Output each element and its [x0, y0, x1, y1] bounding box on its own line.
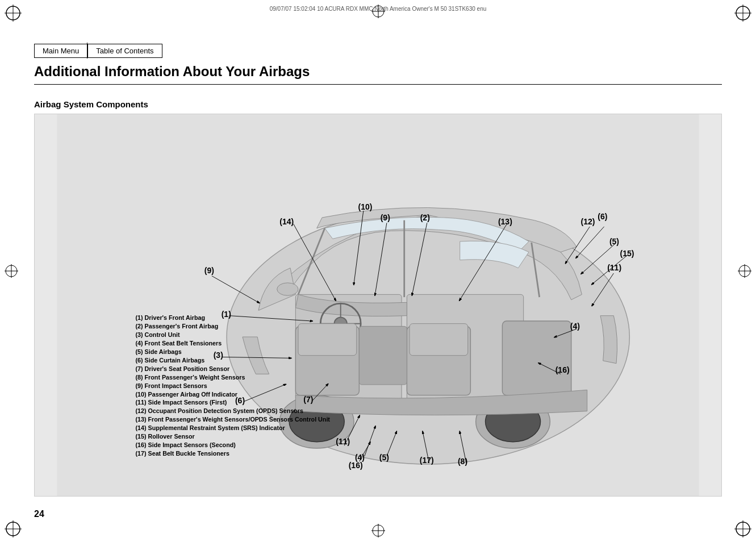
svg-text:(4) Front Seat Belt Tensioners: (4) Front Seat Belt Tensioners [136, 340, 222, 347]
svg-text:(12): (12) [581, 217, 595, 226]
svg-rect-45 [502, 321, 571, 395]
svg-text:(13): (13) [498, 217, 512, 226]
svg-rect-41 [298, 324, 357, 356]
svg-rect-43 [410, 324, 468, 356]
svg-text:(9): (9) [204, 266, 214, 275]
svg-text:(13) Front Passenger's Weight : (13) Front Passenger's Weight Sensors/OP… [136, 416, 331, 423]
svg-point-46 [277, 283, 298, 295]
svg-text:(7): (7) [303, 395, 313, 404]
svg-text:(8) Front Passenger's Weight S: (8) Front Passenger's Weight Sensors [136, 374, 245, 381]
svg-text:(9) Front Impact Sensors: (9) Front Impact Sensors [136, 382, 207, 389]
svg-text:(17): (17) [420, 456, 434, 465]
nav-area: Main Menu Table of Contents [34, 43, 162, 59]
svg-text:(5): (5) [609, 237, 619, 246]
svg-text:(14) Supplemental Restraint Sy: (14) Supplemental Restraint System (SRS)… [136, 424, 286, 431]
corner-mark-bl [5, 520, 22, 537]
svg-text:(10): (10) [358, 202, 373, 211]
crosshair-right [738, 264, 751, 278]
svg-text:(8): (8) [458, 457, 467, 466]
svg-text:(11) Side Impact Sensors (Firs: (11) Side Impact Sensors (First) [136, 399, 227, 406]
svg-rect-44 [359, 326, 407, 385]
svg-text:(2) Passenger's Front Airbag: (2) Passenger's Front Airbag [136, 323, 219, 330]
svg-text:(1) Driver's Front Airbag: (1) Driver's Front Airbag [136, 314, 205, 321]
svg-text:(5) Side Airbags: (5) Side Airbags [136, 348, 182, 355]
svg-text:(1): (1) [222, 310, 231, 319]
svg-text:(6): (6) [235, 396, 245, 405]
svg-text:(3): (3) [214, 351, 223, 360]
svg-text:(9): (9) [381, 213, 390, 222]
svg-text:(12) Occupant Position Detecti: (12) Occupant Position Detection System … [136, 407, 303, 414]
svg-text:(3) Control Unit: (3) Control Unit [136, 331, 180, 338]
crosshair-left [5, 264, 18, 278]
svg-text:(6) Side Curtain Airbags: (6) Side Curtain Airbags [136, 357, 205, 364]
svg-text:(15): (15) [620, 249, 634, 258]
svg-text:(7) Driver's Seat Position Sen: (7) Driver's Seat Position Sensor [136, 365, 231, 372]
airbag-diagram: (1) Driver's Front Airbag (2) Passenger'… [34, 114, 722, 497]
svg-text:(4): (4) [355, 453, 365, 462]
page-title: Additional Information About Your Airbag… [34, 64, 722, 85]
print-info: 09/07/07 15:02:04 10 ACURA RDX MMC North… [34, 6, 722, 12]
crosshair-bottom [371, 524, 385, 537]
svg-text:(11): (11) [336, 437, 350, 446]
svg-text:(4): (4) [570, 322, 580, 331]
svg-text:(16): (16) [555, 365, 570, 374]
corner-mark-tl [5, 5, 22, 22]
main-menu-button[interactable]: Main Menu [34, 44, 87, 58]
svg-text:(6): (6) [598, 212, 607, 221]
svg-text:(17) Seat Belt Buckle Tensione: (17) Seat Belt Buckle Tensioners [136, 450, 229, 457]
corner-mark-br [734, 520, 751, 537]
svg-text:(16) Side Impact Sensors (Seco: (16) Side Impact Sensors (Second) [136, 441, 236, 448]
toc-button[interactable]: Table of Contents [87, 44, 162, 58]
page-number: 24 [34, 509, 44, 519]
svg-text:(16): (16) [349, 461, 363, 470]
section-heading: Airbag System Components [34, 99, 148, 109]
svg-text:(11): (11) [607, 263, 621, 272]
corner-mark-tr [734, 5, 751, 22]
svg-text:(10) Passenger Airbag Off Indi: (10) Passenger Airbag Off Indicator [136, 391, 238, 398]
svg-text:(2): (2) [420, 213, 430, 222]
svg-text:(14): (14) [279, 217, 294, 226]
svg-text:(5): (5) [379, 453, 389, 462]
svg-text:(15) Rollover Sensor: (15) Rollover Sensor [136, 433, 195, 440]
